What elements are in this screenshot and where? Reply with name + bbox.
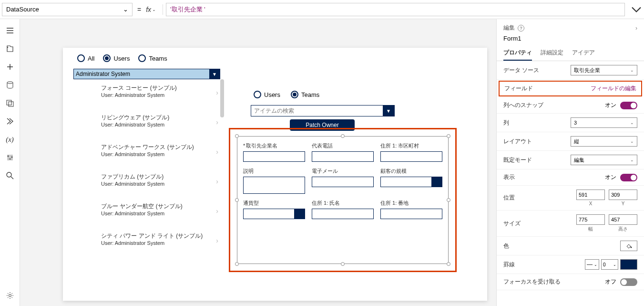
position-y-input[interactable]: 309 — [609, 190, 637, 200]
visible-label: 表示 — [503, 173, 515, 181]
gallery-item[interactable]: ブルー ヤンダー航空 (サンプル)User: Administrator Sys… — [73, 198, 225, 227]
field-input[interactable] — [243, 177, 305, 194]
form1-control[interactable]: *取引先企業名代表電話住所 1: 市区町村説明電子メール顧客の規模通貨型住所 1… — [237, 136, 449, 264]
visible-toggle[interactable] — [620, 174, 637, 181]
focus-label: フォーカスを受け取る — [503, 278, 561, 286]
form-field: 住所 1: 市区町村 — [380, 142, 442, 162]
field-input[interactable] — [243, 209, 305, 219]
tab-advanced[interactable]: 詳細設定 — [541, 46, 563, 61]
border-style-dropdown[interactable]: ⌄ — [585, 259, 599, 270]
snap-toggle[interactable] — [620, 102, 637, 109]
chevron-down-icon — [631, 4, 642, 15]
filter-radio-group-1: All Users Teams — [77, 54, 167, 62]
data-icon[interactable] — [5, 80, 15, 90]
tree-view-icon[interactable] — [5, 44, 15, 53]
field-input[interactable] — [312, 177, 374, 187]
field-input[interactable] — [243, 151, 305, 162]
edit-fields-link[interactable]: フィールドの編集 — [591, 84, 636, 93]
owner-combobox[interactable]: Administrator System ▼ — [73, 69, 220, 79]
accounts-gallery[interactable]: フォース コーヒー (サンプル)User: Administrator Syst… — [73, 79, 225, 285]
gallery-item-title: アドベンチャー ワークス (サンプル) — [101, 143, 216, 151]
size-height-input[interactable]: 457 — [609, 214, 637, 225]
tab-properties[interactable]: プロパティ — [503, 46, 532, 61]
settings-icon[interactable] — [5, 291, 15, 300]
caption: Y — [622, 201, 625, 206]
radio-teams[interactable]: Teams — [138, 54, 167, 62]
resize-handle[interactable] — [235, 134, 239, 138]
gallery-item[interactable]: リビングウェア (サンプル)User: Administrator System… — [73, 109, 225, 138]
tab-ideas[interactable]: アイデア — [572, 46, 595, 61]
color-picker-button[interactable] — [620, 241, 637, 251]
radio-label: Users — [264, 91, 280, 98]
svg-point-8 — [631, 247, 632, 248]
border-color-swatch[interactable] — [620, 259, 637, 270]
border-width-input[interactable]: 0⌄ — [601, 259, 618, 270]
field-input[interactable] — [380, 151, 442, 162]
toggle-text: オン — [605, 173, 616, 181]
size-width-input[interactable]: 775 — [576, 214, 605, 225]
field-input[interactable] — [380, 177, 442, 187]
gallery-item[interactable]: シティ パワー アンド ライト (サンプル)User: Administrato… — [73, 227, 225, 257]
position-x-input[interactable]: 591 — [576, 190, 605, 200]
radio-users[interactable]: Users — [103, 54, 130, 62]
property-dropdown[interactable]: DataSource ⌄ — [2, 3, 133, 16]
fx-label[interactable]: fx⌄ — [146, 6, 156, 13]
field-input[interactable] — [380, 209, 442, 219]
panel-header-label: 編集 — [503, 24, 515, 32]
search-input[interactable] — [251, 106, 383, 116]
form-field: *取引先企業名 — [243, 142, 305, 162]
resize-handle[interactable] — [235, 198, 239, 202]
datasource-dropdown[interactable]: 取引先企業⌄ — [571, 65, 637, 75]
layout-dropdown[interactable]: 縦⌄ — [571, 136, 637, 147]
variables-icon[interactable]: (x) — [5, 135, 15, 144]
resize-handle[interactable] — [341, 262, 345, 266]
hamburger-icon[interactable] — [5, 26, 15, 35]
chevron-right-icon: › — [216, 118, 218, 126]
resize-handle[interactable] — [235, 262, 239, 266]
field-input[interactable] — [312, 209, 374, 219]
color-label: 色 — [503, 242, 509, 250]
radio-users-2[interactable]: Users — [254, 91, 280, 98]
property-dropdown-value: DataSource — [6, 6, 39, 13]
media-icon[interactable] — [5, 98, 15, 108]
resize-handle[interactable] — [341, 134, 345, 138]
gallery-item-subtitle: User: Administrator System — [101, 181, 216, 187]
search-combobox[interactable]: ▼ — [251, 105, 395, 116]
formula-expand-button[interactable] — [631, 4, 642, 15]
radio-teams-2[interactable]: Teams — [291, 91, 319, 98]
field-label: *取引先企業名 — [243, 142, 305, 149]
layout-label: レイアウト — [503, 137, 532, 146]
resize-handle[interactable] — [447, 134, 450, 138]
resize-handle[interactable] — [447, 198, 450, 202]
chevron-right-icon[interactable]: › — [635, 25, 637, 32]
columns-dropdown[interactable]: 3⌄ — [571, 117, 637, 128]
advanced-tools-icon[interactable] — [5, 153, 15, 162]
caption: 高さ — [618, 226, 628, 232]
field-input[interactable] — [312, 151, 374, 162]
svg-rect-2 — [9, 102, 13, 106]
canvas-area[interactable]: All Users Teams Administrator System ▼ フ… — [20, 19, 496, 306]
form-fields-grid: *取引先企業名代表電話住所 1: 市区町村説明電子メール顧客の規模通貨型住所 1… — [237, 137, 448, 225]
gallery-item[interactable]: アドベンチャー ワークス (サンプル)User: Administrator S… — [73, 138, 225, 168]
formula-input[interactable] — [166, 3, 625, 16]
gallery-item-subtitle: User: Administrator System — [101, 92, 216, 98]
help-icon[interactable]: ? — [518, 25, 524, 32]
field-label: 説明 — [243, 168, 305, 175]
radio-label: Teams — [149, 55, 167, 62]
gallery-item-subtitle: User: Administrator System — [101, 211, 216, 216]
gallery-item-subtitle: User: Administrator System — [101, 240, 216, 246]
gallery-item[interactable]: フォース コーヒー (サンプル)User: Administrator Syst… — [73, 79, 225, 109]
radio-all[interactable]: All — [77, 54, 94, 62]
power-automate-icon[interactable] — [5, 116, 15, 126]
chevron-down-icon: ⌄ — [594, 263, 597, 267]
focus-toggle[interactable] — [620, 278, 637, 286]
search-icon[interactable] — [5, 171, 15, 180]
resize-handle[interactable] — [447, 262, 450, 266]
field-label: 代表電話 — [312, 142, 374, 149]
gallery-item[interactable]: ファブリカム (サンプル)User: Administrator System› — [73, 168, 225, 198]
caption: X — [589, 201, 593, 206]
chevron-down-icon: ▼ — [383, 106, 394, 116]
default-mode-dropdown[interactable]: 編集⌄ — [571, 155, 637, 165]
gallery-item-title: ファブリカム (サンプル) — [101, 173, 216, 181]
insert-icon[interactable] — [5, 62, 15, 72]
